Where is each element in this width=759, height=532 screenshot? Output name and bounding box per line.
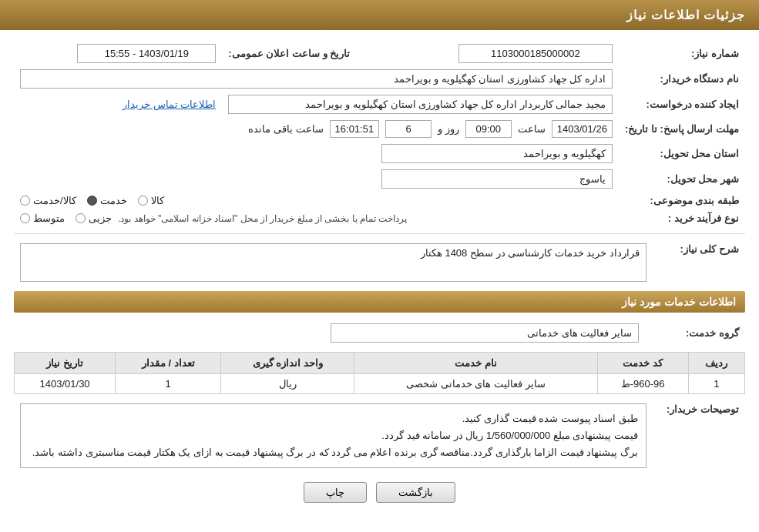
- announce-date-value: 1403/01/19 - 15:55: [14, 41, 222, 66]
- response-deadline-row: 1403/01/26 ساعت 09:00 روز و 6 16:01:51 س…: [14, 117, 619, 141]
- service-group-label: گروه خدمت:: [645, 320, 745, 346]
- need-number-label: شماره نیاز:: [619, 41, 745, 66]
- delivery-city-value: یاسوج: [14, 166, 619, 192]
- col-header-name: نام خدمت: [354, 353, 597, 374]
- category-kala-label: کالا: [151, 195, 164, 206]
- buyer-desc-line: طبق اسناد پیوست شده قیمت گذاری کنید.: [29, 410, 638, 427]
- cell-quantity: 1: [116, 374, 221, 394]
- delivery-province-value: کهگیلویه و بویراحمد: [14, 141, 619, 166]
- service-group-value: سایر فعالیت های خدماتی: [14, 320, 645, 346]
- page-wrapper: جزئیات اطلاعات نیاز شماره نیاز: 11030001…: [0, 0, 759, 532]
- response-date-box: 1403/01/26: [552, 120, 613, 138]
- contact-link[interactable]: اطلاعات تماس خریدار: [123, 99, 216, 110]
- cell-code: 960-96-ط: [597, 374, 688, 394]
- buyer-desc-table: توصیحات خریدار: طبق اسناد پیوست شده قیمت…: [14, 400, 745, 471]
- buyer-desc-box: طبق اسناد پیوست شده قیمت گذاری کنید.قیمت…: [20, 403, 646, 468]
- delivery-province-box: کهگیلویه و بویراحمد: [381, 144, 613, 163]
- purchase-type-label: نوع فرآیند خرید :: [619, 209, 745, 227]
- page-header: جزئیات اطلاعات نیاز: [0, 0, 759, 30]
- purchase-type-row: متوسط جزیی پرداخت تمام یا بخشی از مبلغ خ…: [14, 209, 619, 227]
- announce-date-box: 1403/01/19 - 15:55: [77, 44, 216, 63]
- service-group-table: گروه خدمت: سایر فعالیت های خدماتی: [14, 320, 745, 346]
- creator-box: مجید جمالی کاربردار اداره کل جهاد کشاورز…: [228, 95, 613, 114]
- category-khidmat-radio[interactable]: [87, 196, 97, 206]
- col-header-row: ردیف: [688, 353, 744, 374]
- buyer-desc-line: برگ پیشنهاد قیمت الزاما بارگذاری گردد.من…: [29, 444, 638, 461]
- col-header-quantity: تعداد / مقدار: [116, 353, 221, 374]
- delivery-province-label: استان محل تحویل:: [619, 141, 745, 166]
- category-kala-radio[interactable]: [138, 196, 148, 206]
- cell-name: سایر فعالیت های خدماتی شخصی: [354, 374, 597, 394]
- need-desc-box: قرارداد خرید خدمات کارشناسی در سطح 1408 …: [20, 243, 646, 282]
- need-number-value: 1103000185000002: [365, 41, 619, 66]
- purchase-note: پرداخت تمام یا بخشی از مبلغ خریدار از مح…: [118, 213, 407, 224]
- response-days-label: روز و: [438, 123, 459, 135]
- purchase-type-jozii: جزیی: [76, 212, 112, 224]
- purchase-type-jozii-radio[interactable]: [76, 213, 86, 223]
- category-label: طبقه بندی موضوعی:: [619, 192, 745, 209]
- main-content: شماره نیاز: 1103000185000002 تاریخ و ساع…: [0, 30, 759, 521]
- info-table-top: شماره نیاز: 1103000185000002 تاریخ و ساع…: [14, 41, 745, 227]
- purchase-type-motavas-label: متوسط: [33, 212, 65, 224]
- need-number-box: 1103000185000002: [458, 44, 613, 63]
- response-days-box: 6: [385, 120, 432, 138]
- divider-1: [14, 233, 745, 234]
- col-header-unit: واحد اندازه گیری: [221, 353, 354, 374]
- response-remaining-box: 16:01:51: [330, 120, 380, 138]
- page-title: جزئیات اطلاعات نیاز: [626, 8, 745, 22]
- response-deadline-label: مهلت ارسال پاسخ: تا تاریخ:: [619, 117, 745, 141]
- buyer-desc-value: طبق اسناد پیوست شده قیمت گذاری کنید.قیمت…: [14, 400, 653, 471]
- buyer-org-box: اداره کل جهاد کشاورزی استان کهگیلویه و ب…: [20, 69, 613, 89]
- category-options: کالا/خدمت خدمت کالا: [14, 192, 619, 209]
- buyer-desc-line: قیمت پیشنهادی مبلغ 1/560/000/000 ریال در…: [29, 427, 638, 444]
- category-kala-khidmat-radio[interactable]: [20, 196, 30, 206]
- buyer-org-value: اداره کل جهاد کشاورزی استان کهگیلویه و ب…: [14, 66, 619, 92]
- print-button[interactable]: چاپ: [304, 482, 367, 503]
- services-table: ردیف کد خدمت نام خدمت واحد اندازه گیری ت…: [14, 352, 745, 394]
- delivery-city-label: شهر محل تحویل:: [619, 166, 745, 192]
- purchase-type-motavas: متوسط: [20, 212, 65, 224]
- services-section-header: اطلاعات خدمات مورد نیاز: [14, 291, 745, 313]
- service-group-box: سایر فعالیت های خدماتی: [331, 323, 639, 343]
- category-khidmat-label: خدمت: [100, 195, 127, 206]
- category-kala-khidmat: کالا/خدمت: [20, 195, 76, 206]
- category-khidmat: خدمت: [87, 195, 127, 206]
- need-desc-table: شرح کلی نیاز: قرارداد خرید خدمات کارشناس…: [14, 240, 745, 285]
- response-time-box: 09:00: [465, 120, 512, 138]
- delivery-city-box: یاسوج: [381, 169, 613, 189]
- col-header-code: کد خدمت: [597, 353, 688, 374]
- category-kala-khidmat-label: کالا/خدمت: [33, 195, 76, 206]
- bottom-buttons: بازگشت چاپ: [14, 482, 745, 503]
- back-button[interactable]: بازگشت: [376, 482, 455, 503]
- buyer-desc-label: توصیحات خریدار:: [653, 400, 745, 471]
- creator-value: مجید جمالی کاربردار اداره کل جهاد کشاورز…: [222, 92, 619, 117]
- buyer-org-label: نام دستگاه خریدار:: [619, 66, 745, 92]
- purchase-type-motavas-radio[interactable]: [20, 213, 30, 223]
- col-header-date: تاریخ نیاز: [15, 353, 116, 374]
- creator-label: ایجاد کننده درخواست:: [619, 92, 745, 117]
- contact-link-cell: اطلاعات تماس خریدار: [14, 92, 222, 117]
- cell-unit: ریال: [221, 374, 354, 394]
- table-row: 1 960-96-ط سایر فعالیت های خدماتی شخصی ر…: [15, 374, 745, 394]
- purchase-type-jozii-label: جزیی: [89, 212, 112, 224]
- response-time-label: ساعت: [518, 123, 546, 135]
- category-kala: کالا: [138, 195, 164, 206]
- response-remaining-label: ساعت باقی مانده: [248, 123, 323, 135]
- need-desc-value: قرارداد خرید خدمات کارشناسی در سطح 1408 …: [14, 240, 653, 285]
- announce-date-label: تاریخ و ساعت اعلان عمومی:: [222, 41, 365, 66]
- need-desc-label: شرح کلی نیاز:: [653, 240, 745, 285]
- cell-row: 1: [688, 374, 744, 394]
- cell-date: 1403/01/30: [15, 374, 116, 394]
